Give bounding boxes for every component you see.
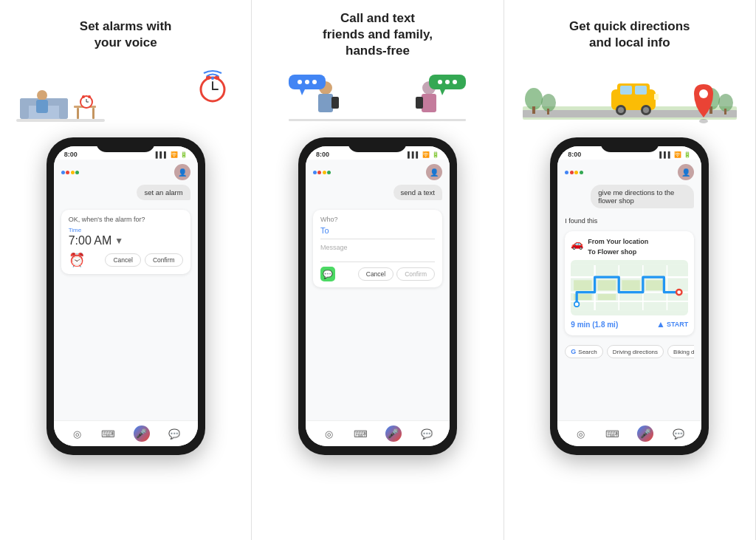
svg-point-39 (453, 80, 457, 84)
biking-chip[interactable]: Biking d... (667, 345, 694, 358)
svg-rect-52 (620, 86, 632, 95)
text-scene-svg (274, 66, 481, 129)
chips-row: G Search Driving directions Biking d... (565, 345, 694, 358)
phone-bottom-bar-text: ◎ ⌨ 🎤 💬 (306, 420, 450, 446)
map-svg (571, 260, 688, 315)
cancel-button[interactable]: Cancel (105, 253, 140, 267)
text-compose-card: Who? To Message 💬 Cancel Confirm (313, 210, 442, 287)
panel-text-title-line3: hands-free (323, 43, 433, 59)
compass-icon-3[interactable]: ◎ (574, 427, 588, 440)
phone-screen-alarm: 8:00 ▌▌▌🛜🔋 👤 set an alarm (54, 146, 198, 446)
phone-screen-text: 8:00 ▌▌▌🛜🔋 👤 send a text (306, 146, 450, 446)
panel-alarm-header: Set alarms with your voice (80, 13, 172, 56)
to-field[interactable]: To (320, 226, 435, 239)
directions-footer: 9 min (1.8 mi) ▲ START (571, 319, 688, 329)
svg-point-29 (298, 80, 302, 84)
messages-app-icon: 💬 (320, 267, 335, 281)
panel-text-header: Call and text friends and family, hands-… (323, 13, 433, 56)
panel-directions-header: Get quick directions and local info (569, 13, 690, 56)
compass-icon-2[interactable]: ◎ (322, 427, 335, 440)
confirm-button[interactable]: Confirm (145, 253, 183, 267)
panel-directions-title-line1: Get quick directions (569, 18, 690, 35)
svg-rect-0 (16, 119, 105, 122)
assistant-top-bar: 👤 (61, 164, 190, 180)
mic-button[interactable]: 🎤 (134, 425, 150, 442)
text-confirm-button[interactable]: Confirm (396, 267, 435, 281)
phone-notch (96, 137, 155, 152)
driving-directions-chip[interactable]: Driving directions (607, 345, 664, 358)
svg-rect-9 (92, 108, 94, 119)
svg-point-76 (575, 302, 579, 306)
svg-point-60 (699, 89, 708, 98)
google-assistant-logo (61, 171, 80, 174)
panel-alarm-title-line2: your voice (80, 35, 172, 51)
svg-point-30 (305, 80, 309, 84)
svg-rect-43 (532, 106, 535, 114)
svg-rect-26 (331, 97, 339, 109)
mic-button-2[interactable]: 🎤 (385, 425, 402, 442)
directions-header: 🚗 From Your location To Flower shop (571, 237, 688, 257)
alarm-card: OK, when's the alarm for? Time 7:00 AM ▼… (61, 210, 190, 274)
user-bubble-text: send a text (394, 185, 442, 200)
directions-card: 🚗 From Your location To Flower shop (565, 231, 694, 335)
time-value: 7:00 AM ▼ (69, 234, 183, 247)
alarm-buttons: Cancel Confirm (105, 253, 182, 267)
start-button[interactable]: ▲ START (656, 319, 688, 329)
compass-icon[interactable]: ◎ (70, 427, 83, 440)
chat-icon[interactable]: 💬 (168, 427, 181, 440)
directions-scene-svg (523, 66, 737, 129)
svg-rect-8 (77, 108, 79, 119)
phone-notch-2 (348, 137, 407, 152)
who-label: Who? (320, 216, 435, 223)
text-cancel-button[interactable]: Cancel (358, 267, 394, 281)
status-time-2: 8:00 (316, 151, 329, 158)
user-bubble-directions: give me directions to the flower shop (591, 185, 694, 208)
svg-point-37 (438, 80, 442, 84)
svg-marker-28 (300, 89, 305, 95)
chat-icon-3[interactable]: 💬 (672, 427, 685, 440)
from-label: From (588, 238, 605, 245)
alarm-actions: ⏰ Cancel Confirm (69, 252, 183, 268)
chat-icon-2[interactable]: 💬 (420, 427, 433, 440)
mic-button-3[interactable]: 🎤 (637, 425, 653, 442)
svg-rect-58 (654, 94, 659, 100)
text-buttons: Cancel Confirm (358, 267, 435, 281)
keyboard-icon-2[interactable]: ⌨ (354, 427, 367, 440)
dot-blue (61, 171, 65, 174)
keyboard-icon[interactable]: ⌨ (102, 427, 115, 440)
search-chip[interactable]: G Search (565, 345, 602, 358)
svg-point-38 (445, 80, 450, 84)
user-bubble-alarm: set an alarm (137, 185, 190, 200)
svg-marker-36 (440, 89, 445, 95)
user-avatar-2: 👤 (426, 164, 442, 180)
svg-point-78 (678, 290, 681, 294)
svg-point-14 (82, 95, 85, 98)
phone-screen-directions: 8:00 ▌▌▌🛜🔋 👤 give me directions t (557, 146, 701, 446)
dropdown-arrow[interactable]: ▼ (114, 236, 123, 246)
status-time: 8:00 (64, 151, 78, 158)
google-g-logo: G (571, 348, 576, 355)
dot-green (75, 171, 79, 174)
navigate-icon: ▲ (656, 319, 665, 329)
google-assistant-logo-2 (313, 171, 331, 174)
found-text: I found this (565, 217, 694, 225)
status-time-3: 8:00 (568, 151, 581, 158)
panel-directions-title-line2: and local info (569, 35, 690, 51)
assistant-top-bar-3: 👤 (565, 164, 694, 180)
alarm-illustration (9, 64, 242, 130)
user-avatar-3: 👤 (678, 164, 694, 180)
phone-bottom-bar-alarm: ◎ ⌨ 🎤 💬 (54, 420, 198, 446)
alarm-scene-svg (16, 67, 105, 130)
directions-illustration (513, 64, 746, 130)
message-field[interactable]: Message (320, 244, 435, 262)
map-area (571, 260, 688, 315)
keyboard-icon-3[interactable]: ⌨ (605, 427, 619, 440)
status-icons: ▌▌▌🛜🔋 (156, 151, 188, 158)
svg-rect-49 (724, 109, 726, 115)
svg-point-59 (699, 119, 708, 123)
svg-point-57 (643, 107, 649, 113)
svg-rect-71 (622, 280, 640, 290)
dot-yellow (71, 171, 75, 174)
panel-text-title-line1: Call and text (323, 10, 433, 27)
panel-alarm: Set alarms with your voice (0, 0, 252, 540)
